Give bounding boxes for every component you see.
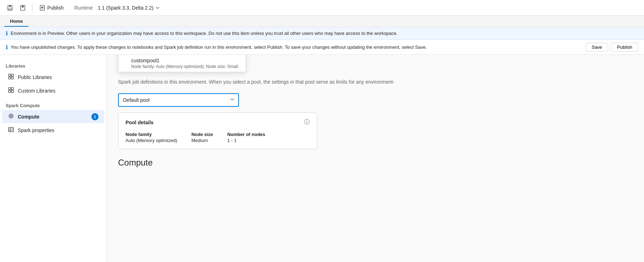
- node-family-col: Node family Auto (Memory optimized): [126, 132, 177, 143]
- sidebar-item-label-spark: Spark properties: [18, 127, 54, 133]
- pool-details-card: Pool details ⓘ Node family Auto (Memory …: [118, 112, 317, 149]
- save-button[interactable]: [4, 2, 16, 14]
- dropdown-item-desc-custom: Node family: Auto (Memory optimized); No…: [131, 64, 240, 69]
- unpublished-banner-text: You have unpublished changes. To apply t…: [11, 44, 427, 50]
- node-size-value: Medium: [191, 138, 213, 143]
- spark-compute-section-label: Spark Compute: [0, 100, 106, 110]
- page-description: Spark job definitions in this environmen…: [118, 79, 438, 85]
- sidebar-item-label-compute: Compute: [18, 114, 39, 120]
- svg-rect-8: [11, 77, 14, 79]
- main-content: uration Spark job definitions in this en…: [107, 55, 644, 262]
- toolbar-divider: [32, 4, 32, 12]
- svg-rect-9: [9, 88, 11, 90]
- libraries-section-label: Libraries: [0, 61, 106, 70]
- toolbar: Publish Runtime 1.1 (Spark 3.3, Delta 2.…: [0, 0, 644, 16]
- pool-selector-value: Default pool: [123, 97, 150, 103]
- banner-save-button[interactable]: Save: [586, 43, 608, 52]
- banner-publish-button[interactable]: Publish: [611, 43, 638, 52]
- publish-button[interactable]: Publish: [36, 4, 67, 12]
- sidebar-item-label-public: Public Libraries: [18, 74, 52, 80]
- pool-info-icon: ⓘ: [304, 119, 310, 126]
- app-layout: Libraries Public Libraries: [0, 55, 644, 262]
- preview-banner-text: Environment is in Preview. Other users i…: [11, 31, 398, 36]
- runtime-value: 1.1 (Spark 3.3, Delta 2.2): [98, 5, 153, 11]
- svg-rect-5: [9, 74, 11, 76]
- sidebar-item-compute[interactable]: Compute 1: [2, 110, 104, 123]
- sidebar-item-public-libraries[interactable]: Public Libraries: [2, 70, 104, 84]
- sidebar-item-custom-libraries[interactable]: Custom Libraries: [2, 84, 104, 97]
- sidebar-item-spark-properties[interactable]: Spark properties: [2, 124, 104, 137]
- node-family-label: Node family: [126, 132, 177, 137]
- gear-icon-compute: [8, 113, 14, 120]
- chevron-down-icon: [230, 97, 235, 103]
- svg-rect-14: [9, 127, 14, 132]
- info-icon-1: ℹ: [6, 30, 8, 37]
- sidebar-item-label-custom: Custom Libraries: [18, 88, 55, 94]
- runtime-label: Runtime: [74, 5, 93, 11]
- svg-rect-10: [11, 88, 14, 90]
- grid-icon-custom: [8, 87, 14, 94]
- compute-section-title: Compute: [118, 158, 633, 168]
- compute-badge: 1: [91, 113, 99, 120]
- svg-rect-11: [9, 90, 11, 93]
- node-size-label: Node size: [191, 132, 213, 137]
- num-nodes-label: Number of nodes: [227, 132, 265, 137]
- svg-point-13: [10, 115, 12, 117]
- info-icon-2: ℹ: [6, 44, 8, 51]
- pool-details-grid: Node family Auto (Memory optimized) Node…: [126, 132, 310, 143]
- svg-rect-12: [11, 90, 14, 93]
- svg-rect-2: [8, 8, 12, 10]
- svg-rect-7: [9, 77, 11, 79]
- tab-bar: Home: [0, 16, 644, 27]
- pool-selector-wrapper: Starter pool ✓ Default pool Node family:…: [118, 93, 239, 107]
- sidebar: Libraries Public Libraries: [0, 55, 107, 262]
- dropdown-item-custompool1[interactable]: custompool1 Node family: Auto (Memory op…: [118, 55, 246, 72]
- pool-dropdown: Starter pool ✓ Default pool Node family:…: [118, 55, 246, 72]
- num-nodes-col: Number of nodes 1 - 1: [227, 132, 265, 143]
- node-family-value: Auto (Memory optimized): [126, 138, 177, 143]
- banner-actions: Save Publish: [586, 43, 638, 52]
- runtime-dropdown[interactable]: 1.1 (Spark 3.3, Delta 2.2): [94, 4, 163, 12]
- pool-details-title: Pool details: [126, 120, 154, 125]
- svg-rect-1: [9, 5, 11, 7]
- publish-label: Publish: [47, 5, 64, 11]
- preview-banner: ℹ Environment is in Preview. Other users…: [0, 27, 644, 40]
- unpublished-banner: ℹ You have unpublished changes. To apply…: [0, 40, 644, 55]
- dropdown-item-name-custom: custompool1: [131, 58, 240, 63]
- node-size-col: Node size Medium: [191, 132, 213, 143]
- export-button[interactable]: [17, 2, 28, 14]
- svg-rect-6: [11, 74, 14, 76]
- num-nodes-value: 1 - 1: [227, 138, 265, 143]
- pool-selector-display[interactable]: Default pool: [118, 93, 239, 107]
- pool-details-header: Pool details ⓘ: [126, 119, 310, 126]
- table-icon-spark: [8, 126, 14, 134]
- grid-icon-public: [8, 73, 14, 81]
- tab-home[interactable]: Home: [4, 16, 28, 27]
